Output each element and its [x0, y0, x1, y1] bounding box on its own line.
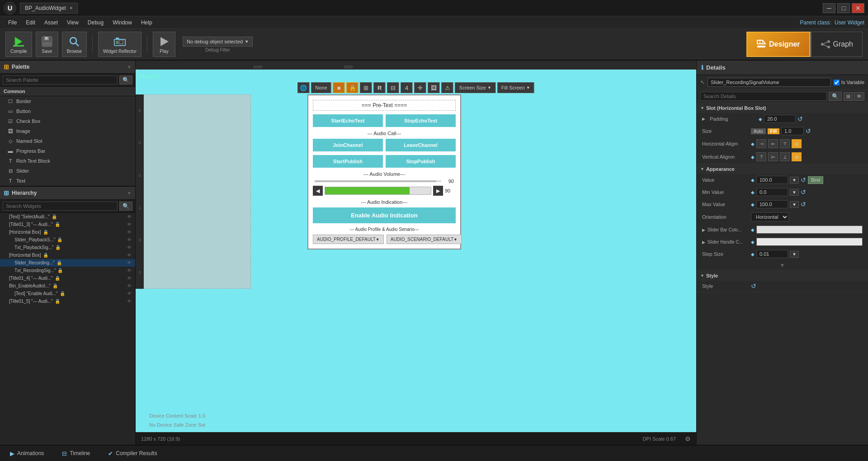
join-channel-button[interactable]: JoinChannel [313, 139, 383, 151]
orientation-select[interactable]: Horizontal Vertical [751, 212, 789, 221]
move-button[interactable]: ✛ [415, 82, 426, 93]
hierarchy-item-5[interactable]: [Horizontal Box] 🔒 👁 [0, 251, 135, 259]
style-section-header[interactable]: ▼ Style [697, 271, 868, 281]
hierarchy-item-4[interactable]: Txt_PlaybackSig..." 🔒 👁 [0, 244, 135, 251]
designer-button[interactable]: Designer [746, 32, 810, 57]
animations-tab[interactable]: ▶ Animations [5, 448, 48, 459]
audio-profile-dropdown[interactable]: AUDIO_PROFILE_DEFAULT ▼ [313, 235, 384, 244]
h-align-fill-button[interactable]: ⊞ [792, 139, 802, 148]
palette-item-rich-text-block[interactable]: T Rich Text Block [0, 156, 135, 166]
compiler-results-tab[interactable]: ✔ Compiler Results [104, 448, 161, 459]
timeline-tab[interactable]: ⊟ Timeline [57, 448, 94, 459]
menu-asset[interactable]: Asset [40, 18, 62, 28]
fill-badge[interactable]: Fill [768, 128, 779, 134]
padding-input[interactable] [764, 115, 796, 123]
screen-size-dropdown[interactable]: Screen Size ▼ [455, 82, 495, 93]
menu-debug[interactable]: Debug [83, 18, 108, 28]
hierarchy-search-button[interactable]: 🔍 [119, 202, 132, 211]
min-val-reset[interactable]: ↺ [801, 188, 806, 196]
eye-icon-6[interactable]: 👁 [127, 260, 132, 265]
max-val-reset[interactable]: ↺ [801, 201, 806, 208]
palette-item-image[interactable]: 🖼 Image [0, 126, 135, 136]
hierarchy-item-0[interactable]: [Text] "SelectAudi..." 🔒 👁 [0, 213, 135, 221]
h-align-left-button[interactable]: ⊣ [756, 139, 766, 148]
v-align-top-button[interactable]: ⊤ [756, 152, 766, 161]
palette-item-border[interactable]: ☐ Border [0, 96, 135, 106]
num4-button[interactable]: 4 [401, 82, 413, 93]
hierarchy-item-1[interactable]: [Title01_3] "--- Audi..." 🔒 👁 [0, 221, 135, 228]
none-button[interactable]: None [311, 82, 331, 93]
globe-button[interactable]: 🌐 [297, 82, 309, 93]
audio-scenario-dropdown[interactable]: AUDIO_SCENARIO_DEFAULT ▼ [387, 235, 462, 244]
widget-reflector-button[interactable]: Widget Reflector [98, 32, 142, 57]
eye-icon-11[interactable]: 👁 [127, 299, 132, 304]
hierarchy-search-input[interactable] [3, 202, 118, 211]
details-grid-view-button[interactable]: ⊞ [844, 92, 853, 101]
max-val-arrow[interactable]: ▼ [790, 201, 799, 208]
eye-icon-0[interactable]: 👁 [127, 214, 132, 219]
size-reset-button[interactable]: ↺ [806, 127, 811, 135]
step-size-arrow[interactable]: ▼ [790, 251, 799, 258]
eye-icon-3[interactable]: 👁 [127, 237, 132, 242]
style-reset-button[interactable]: ↺ [751, 282, 756, 290]
value-arrow-btn[interactable]: ▼ [790, 177, 799, 183]
stop-publish-button[interactable]: StopPublish [386, 155, 456, 168]
hierarchy-expand[interactable]: ▼ [127, 191, 132, 196]
play-button[interactable]: Play [153, 32, 175, 57]
min-val-arrow[interactable]: ▼ [790, 189, 799, 196]
eye-icon-1[interactable]: 👁 [127, 222, 132, 227]
min-value-input[interactable] [756, 188, 788, 196]
maximize-button[interactable]: □ [837, 3, 850, 13]
auto-badge[interactable]: Auto [751, 128, 766, 134]
r-button[interactable]: R [374, 82, 386, 93]
palette-expand[interactable]: ▼ [127, 65, 132, 70]
eye-icon-5[interactable]: 👁 [127, 253, 132, 258]
warning-button[interactable]: ⚠ [442, 82, 453, 93]
step-size-input[interactable] [756, 250, 788, 258]
palette-item-button[interactable]: ▭ Button [0, 106, 135, 116]
stop-echo-test-button[interactable]: StopEchoTest [386, 114, 456, 127]
debug-select-button[interactable]: No debug object selected ▼ [183, 37, 253, 47]
palette-search-button[interactable]: 🔍 [119, 75, 132, 85]
slider-bar-expand[interactable]: ▶ [702, 228, 705, 232]
slider-bar-color-swatch[interactable] [756, 226, 863, 234]
hierarchy-item-7[interactable]: Txt_RecordingSig..." 🔒 👁 [0, 267, 135, 274]
value-reset-button[interactable]: ↺ [801, 176, 806, 183]
eye-icon-2[interactable]: 👁 [127, 230, 132, 235]
h-align-right-button[interactable]: ⊤ [780, 139, 790, 148]
graph-button[interactable]: Graph [811, 32, 863, 57]
eye-icon-9[interactable]: 👁 [127, 283, 132, 288]
details-search-button[interactable]: 🔍 [829, 92, 842, 101]
details-eye-button[interactable]: 👁 [854, 92, 864, 101]
is-variable-checkbox[interactable] [834, 80, 840, 85]
hierarchy-item-6[interactable]: Slider_Recording..." 🔒 👁 [0, 259, 135, 267]
max-value-input[interactable] [756, 200, 788, 208]
hierarchy-item-10[interactable]: [Text] "Enable Audi..." 🔒 👁 [0, 290, 135, 297]
appearance-section-header[interactable]: ▼ Appearance [697, 164, 868, 174]
slider-right-arrow[interactable]: ▶ [433, 186, 443, 196]
eye-icon-8[interactable]: 👁 [127, 276, 132, 281]
leave-channel-button[interactable]: LeaveChannel [386, 139, 456, 151]
menu-window[interactable]: Window [108, 18, 137, 28]
image-button[interactable]: 🖼 [428, 82, 440, 93]
start-publish-button[interactable]: StartPublish [313, 155, 383, 168]
fill-screen-dropdown[interactable]: Fill Screen ▼ [497, 82, 534, 93]
hierarchy-item-11[interactable]: [Title01_5] "--- Audi..." 🔒 👁 [0, 297, 135, 305]
v-align-center-button[interactable]: ⊢ [768, 152, 778, 161]
lock-button[interactable]: 🔒 [347, 82, 359, 93]
padding-expand[interactable]: ▶ [702, 117, 705, 121]
v-align-fill-button[interactable]: ⊞ [792, 152, 802, 161]
browse-button[interactable]: Browse [62, 32, 87, 57]
palette-item-progress-bar[interactable]: ▬ Progress Bar [0, 146, 135, 156]
volume-slider-track-1[interactable] [315, 180, 441, 182]
minimize-button[interactable]: ─ [823, 3, 835, 13]
size-input[interactable] [781, 127, 804, 135]
hierarchy-item-8[interactable]: [Title01_4] "--- Audi..." 🔒 👁 [0, 274, 135, 282]
eye-icon-10[interactable]: 👁 [127, 291, 132, 296]
tab-close[interactable]: × [70, 5, 73, 11]
value-input[interactable] [756, 176, 788, 184]
grid2-button[interactable]: ⊟ [387, 82, 399, 93]
h-align-center-button[interactable]: ⊢ [768, 139, 778, 148]
start-echo-test-button[interactable]: StartEchoTest [313, 114, 383, 127]
grid-button[interactable]: ⊞ [360, 82, 372, 93]
